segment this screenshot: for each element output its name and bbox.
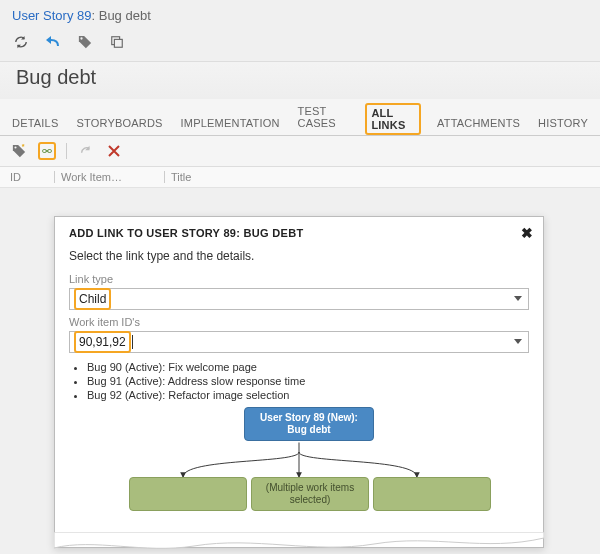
copy-icon[interactable]	[108, 33, 126, 51]
links-toolbar: *	[0, 136, 600, 167]
chevron-down-icon	[514, 296, 522, 301]
tab-bar: DETAILS STORYBOARDS IMPLEMENTATION TEST …	[0, 99, 600, 136]
tab-implementation[interactable]: IMPLEMENTATION	[179, 111, 282, 135]
svg-text:*: *	[22, 144, 25, 150]
tab-all-links[interactable]: ALL LINKS	[365, 103, 421, 135]
list-item: Bug 92 (Active): Refactor image selectio…	[87, 389, 529, 401]
tab-storyboards[interactable]: STORYBOARDS	[74, 111, 164, 135]
tab-history[interactable]: HISTORY	[536, 111, 590, 135]
delete-link-icon[interactable]	[105, 142, 123, 160]
links-grid-header: ID Work Item… Title	[0, 167, 600, 188]
dialog-heading: ADD LINK TO USER STORY 89: BUG DEBT	[69, 227, 529, 239]
list-item: Bug 91 (Active): Address slow response t…	[87, 375, 529, 387]
work-item-title: Bug debt	[99, 8, 151, 23]
link-preview-list: Bug 90 (Active): Fix welcome page Bug 91…	[87, 361, 529, 401]
undo-icon[interactable]	[44, 33, 62, 51]
link-type-label: Link type	[69, 273, 529, 285]
tab-testcases[interactable]: TEST CASES	[296, 99, 352, 135]
list-item: Bug 90 (Active): Fix welcome page	[87, 361, 529, 373]
close-icon[interactable]: ✖	[521, 225, 533, 241]
svg-rect-7	[46, 151, 49, 152]
work-item-ids-label: Work item ID's	[69, 316, 529, 328]
diagram-child-node	[129, 477, 247, 511]
dialog-instruction: Select the link type and the details.	[69, 249, 529, 263]
add-link-dialog: ✖ ADD LINK TO USER STORY 89: BUG DEBT Se…	[54, 216, 544, 548]
diagram-child-node: (Multiple work items selected)	[251, 477, 369, 511]
svg-point-3	[14, 146, 16, 148]
open-link-icon[interactable]	[77, 142, 95, 160]
svg-point-0	[80, 37, 82, 39]
breadcrumb: User Story 89: Bug debt	[12, 8, 588, 23]
col-work-item[interactable]: Work Item…	[54, 171, 164, 183]
col-title[interactable]: Title	[164, 171, 590, 183]
diagram-parent-node: User Story 89 (New): Bug debt	[244, 407, 374, 441]
chevron-down-icon	[514, 339, 522, 344]
diagram-child-node	[373, 477, 491, 511]
work-item-ids-input[interactable]: 90,91,92	[69, 331, 529, 353]
link-type-value: Child	[74, 288, 111, 310]
refresh-icon[interactable]	[12, 33, 30, 51]
tab-details[interactable]: DETAILS	[10, 111, 60, 135]
relationship-diagram: User Story 89 (New): Bug debt (Multiple …	[69, 407, 529, 547]
tab-attachments[interactable]: ATTACHMENTS	[435, 111, 522, 135]
link-type-select[interactable]: Child	[69, 288, 529, 310]
link-to-existing-icon[interactable]	[38, 142, 56, 160]
new-link-icon[interactable]: *	[10, 142, 28, 160]
page-title: Bug debt	[0, 61, 600, 99]
tag-icon[interactable]	[76, 33, 94, 51]
work-item-ids-value: 90,91,92	[74, 331, 131, 353]
col-id[interactable]: ID	[10, 171, 54, 183]
svg-rect-2	[114, 39, 122, 47]
work-item-ref[interactable]: User Story 89	[12, 8, 91, 23]
torn-edge	[54, 532, 544, 554]
top-toolbar	[0, 27, 600, 61]
